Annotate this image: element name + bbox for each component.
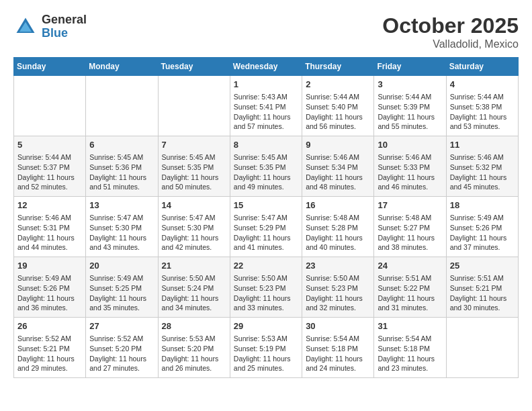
sunset-text: Sunset: 5:27 PM [378,224,430,232]
sunrise-text: Sunrise: 5:47 AM [162,214,216,222]
col-header-tuesday: Tuesday [158,58,230,76]
daylight-text: Daylight: 11 hours and 49 minutes. [234,173,291,191]
col-header-monday: Monday [86,58,158,76]
daylight-text: Daylight: 11 hours and 46 minutes. [378,173,435,191]
daylight-text: Daylight: 11 hours and 41 minutes. [234,234,291,252]
daylight-text: Daylight: 11 hours and 27 minutes. [89,355,146,373]
sunset-text: Sunset: 5:18 PM [306,345,358,353]
daylight-text: Daylight: 11 hours and 30 minutes. [450,294,507,312]
calendar-cell: 28Sunrise: 5:53 AMSunset: 5:20 PMDayligh… [158,318,230,378]
calendar-cell: 15Sunrise: 5:47 AMSunset: 5:29 PMDayligh… [230,197,302,257]
day-number: 17 [378,199,442,212]
day-number: 12 [17,199,82,212]
calendar-cell: 17Sunrise: 5:48 AMSunset: 5:27 PMDayligh… [374,197,446,257]
daylight-text: Daylight: 11 hours and 51 minutes. [89,173,146,191]
day-number: 11 [450,139,515,151]
sunrise-text: Sunrise: 5:44 AM [378,93,431,101]
sunset-text: Sunset: 5:35 PM [162,163,214,171]
col-header-friday: Friday [374,58,446,76]
logo-blue: Blue [42,26,68,40]
calendar-cell: 23Sunrise: 5:50 AMSunset: 5:23 PMDayligh… [302,257,374,318]
calendar-cell: 7Sunrise: 5:45 AMSunset: 5:35 PMDaylight… [158,136,230,197]
daylight-text: Daylight: 11 hours and 38 minutes. [378,234,435,252]
calendar-table: SundayMondayTuesdayWednesdayThursdayFrid… [13,57,519,378]
sunrise-text: Sunrise: 5:46 AM [378,153,431,161]
calendar-cell: 2Sunrise: 5:44 AMSunset: 5:40 PMDaylight… [302,76,374,136]
sunrise-text: Sunrise: 5:50 AM [306,274,359,282]
calendar-cell: 4Sunrise: 5:44 AMSunset: 5:38 PMDaylight… [446,76,518,136]
calendar-week-1: 1Sunrise: 5:43 AMSunset: 5:41 PMDaylight… [14,76,519,136]
calendar-cell: 1Sunrise: 5:43 AMSunset: 5:41 PMDaylight… [230,76,302,136]
calendar-cell: 5Sunrise: 5:44 AMSunset: 5:37 PMDaylight… [14,136,86,197]
sunset-text: Sunset: 5:33 PM [378,163,430,171]
sunset-text: Sunset: 5:29 PM [234,224,286,232]
daylight-text: Daylight: 11 hours and 36 minutes. [17,294,75,312]
logo-text: General Blue [42,13,87,40]
daylight-text: Daylight: 11 hours and 45 minutes. [450,173,507,191]
calendar-cell: 24Sunrise: 5:51 AMSunset: 5:22 PMDayligh… [374,257,446,318]
sunrise-text: Sunrise: 5:53 AM [162,334,216,342]
calendar-cell: 3Sunrise: 5:44 AMSunset: 5:39 PMDaylight… [374,76,446,136]
daylight-text: Daylight: 11 hours and 40 minutes. [306,234,363,252]
title-block: October 2025 Valladolid, Mexico [382,13,519,50]
sunrise-text: Sunrise: 5:51 AM [378,274,431,282]
sunrise-text: Sunrise: 5:47 AM [234,214,287,222]
logo-general: General [42,13,87,26]
calendar-cell: 25Sunrise: 5:51 AMSunset: 5:21 PMDayligh… [446,257,518,318]
sunrise-text: Sunrise: 5:54 AM [378,334,431,342]
day-number: 8 [234,139,298,151]
sunrise-text: Sunrise: 5:52 AM [89,334,143,342]
sunrise-text: Sunrise: 5:50 AM [234,274,287,282]
day-number: 29 [234,320,298,332]
daylight-text: Daylight: 11 hours and 44 minutes. [17,234,75,252]
calendar-cell [14,76,86,136]
daylight-text: Daylight: 11 hours and 26 minutes. [162,355,219,373]
sunset-text: Sunset: 5:35 PM [234,163,286,171]
calendar-cell: 18Sunrise: 5:49 AMSunset: 5:26 PMDayligh… [446,197,518,257]
day-number: 7 [162,139,226,151]
col-header-thursday: Thursday [302,58,374,76]
day-number: 15 [234,199,298,212]
sunset-text: Sunset: 5:26 PM [17,284,70,292]
calendar-cell: 11Sunrise: 5:46 AMSunset: 5:32 PMDayligh… [446,136,518,197]
sunrise-text: Sunrise: 5:44 AM [450,93,504,101]
calendar-cell: 29Sunrise: 5:53 AMSunset: 5:19 PMDayligh… [230,318,302,378]
calendar-cell: 14Sunrise: 5:47 AMSunset: 5:30 PMDayligh… [158,197,230,257]
daylight-text: Daylight: 11 hours and 37 minutes. [450,234,507,252]
sunrise-text: Sunrise: 5:45 AM [89,153,143,161]
month-title: October 2025 [382,13,519,38]
sunrise-text: Sunrise: 5:45 AM [234,153,287,161]
day-number: 2 [306,79,370,91]
day-number: 10 [378,139,442,151]
col-header-sunday: Sunday [14,58,86,76]
sunset-text: Sunset: 5:39 PM [378,103,430,111]
calendar-week-5: 26Sunrise: 5:52 AMSunset: 5:21 PMDayligh… [14,318,519,378]
calendar-cell: 6Sunrise: 5:45 AMSunset: 5:36 PMDaylight… [86,136,158,197]
calendar-cell: 13Sunrise: 5:47 AMSunset: 5:30 PMDayligh… [86,197,158,257]
calendar-cell: 8Sunrise: 5:45 AMSunset: 5:35 PMDaylight… [230,136,302,197]
sunset-text: Sunset: 5:23 PM [306,284,358,292]
day-number: 24 [378,260,442,272]
day-number: 25 [450,260,515,272]
day-number: 31 [378,320,442,332]
sunrise-text: Sunrise: 5:53 AM [234,334,287,342]
day-number: 3 [378,79,442,91]
sunset-text: Sunset: 5:19 PM [234,345,286,353]
sunset-text: Sunset: 5:37 PM [17,163,70,171]
calendar-week-3: 12Sunrise: 5:46 AMSunset: 5:31 PMDayligh… [14,197,519,257]
daylight-text: Daylight: 11 hours and 55 minutes. [378,113,435,131]
day-number: 22 [234,260,298,272]
sunset-text: Sunset: 5:18 PM [378,345,430,353]
col-header-wednesday: Wednesday [230,58,302,76]
logo: General Blue [13,13,87,40]
calendar-cell: 16Sunrise: 5:48 AMSunset: 5:28 PMDayligh… [302,197,374,257]
calendar-cell: 27Sunrise: 5:52 AMSunset: 5:20 PMDayligh… [86,318,158,378]
day-number: 16 [306,199,370,212]
day-number: 28 [162,320,226,332]
sunset-text: Sunset: 5:38 PM [450,103,502,111]
sunrise-text: Sunrise: 5:47 AM [89,214,143,222]
sunrise-text: Sunrise: 5:45 AM [162,153,216,161]
daylight-text: Daylight: 11 hours and 29 minutes. [17,355,75,373]
calendar-cell: 30Sunrise: 5:54 AMSunset: 5:18 PMDayligh… [302,318,374,378]
daylight-text: Daylight: 11 hours and 48 minutes. [306,173,363,191]
